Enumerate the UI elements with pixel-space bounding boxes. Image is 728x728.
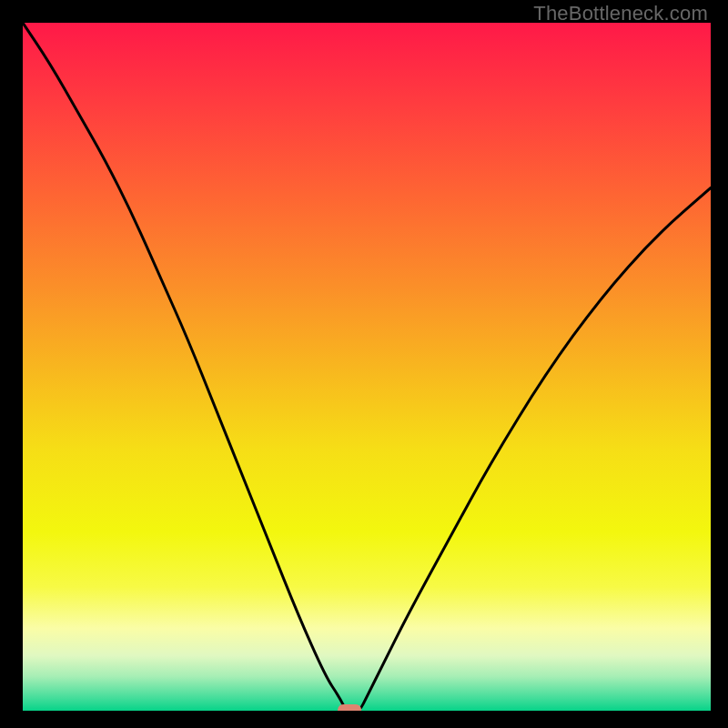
chart-frame: [23, 23, 711, 711]
gradient-background: [23, 23, 711, 711]
bottleneck-chart: [23, 23, 711, 711]
optimal-marker: [338, 704, 361, 711]
watermark-text: TheBottleneck.com: [533, 2, 708, 25]
